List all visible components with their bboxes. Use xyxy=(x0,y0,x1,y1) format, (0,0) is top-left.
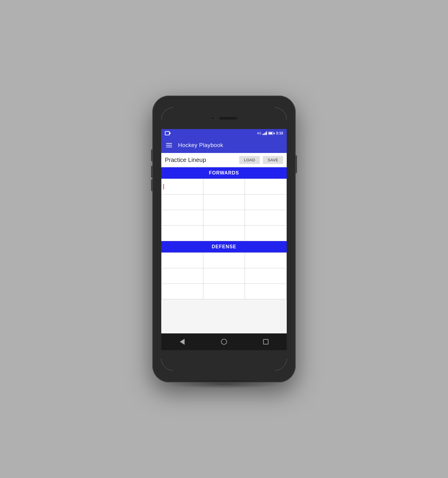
camera-icon xyxy=(211,117,214,120)
table-row xyxy=(162,253,287,268)
battery-fill xyxy=(269,132,272,134)
load-button[interactable]: LOAD xyxy=(239,156,260,164)
defense-cell-3-1[interactable] xyxy=(162,284,203,299)
status-right: 4G 3:10 xyxy=(257,131,283,135)
defense-cell-2-2[interactable] xyxy=(203,268,245,284)
recents-button[interactable] xyxy=(260,336,272,348)
defense-table xyxy=(161,252,287,299)
forwards-table xyxy=(161,179,287,241)
table-row xyxy=(162,226,287,241)
notification-icon xyxy=(165,131,170,135)
menu-button[interactable] xyxy=(166,143,172,147)
home-button[interactable] xyxy=(218,336,230,348)
content-area: Practice Lineup LOAD SAVE FORWARDS xyxy=(161,153,287,333)
phone-screen: 4G 3:10 xyxy=(161,108,287,370)
forwards-cell-1-3[interactable] xyxy=(245,179,287,194)
table-row xyxy=(162,194,287,210)
signal-bar-1 xyxy=(263,134,263,135)
forwards-cell-3-3[interactable] xyxy=(245,210,287,226)
status-time: 3:10 xyxy=(276,131,283,135)
signal-bar-4 xyxy=(266,131,267,135)
table-row xyxy=(162,210,287,226)
forwards-label: FORWARDS xyxy=(209,170,239,175)
signal-bar-3 xyxy=(265,132,266,135)
back-button[interactable] xyxy=(176,336,188,348)
battery-body xyxy=(268,132,274,135)
forwards-cell-4-2[interactable] xyxy=(203,226,245,241)
defense-cell-2-1[interactable] xyxy=(162,268,203,284)
forwards-cell-3-1[interactable] xyxy=(162,210,203,226)
signal-bar-2 xyxy=(264,133,265,135)
app-title: Hockey Playbook xyxy=(178,142,223,148)
defense-cell-1-3[interactable] xyxy=(245,253,287,268)
bottom-nav xyxy=(161,333,287,350)
back-icon xyxy=(180,339,185,345)
defense-section-header: DEFENSE xyxy=(161,241,287,252)
table-row xyxy=(162,284,287,299)
signal-label: 4G xyxy=(257,131,261,135)
forwards-section-header: FORWARDS xyxy=(161,167,287,179)
defense-cell-2-3[interactable] xyxy=(245,268,287,284)
forwards-cell-4-3[interactable] xyxy=(245,226,287,241)
home-icon xyxy=(221,339,227,345)
defense-label: DEFENSE xyxy=(212,244,237,249)
forwards-cell-2-3[interactable] xyxy=(245,194,287,210)
battery-icon xyxy=(268,132,275,135)
defense-cell-3-2[interactable] xyxy=(203,284,245,299)
forwards-cell-2-2[interactable] xyxy=(203,194,245,210)
table-row xyxy=(162,268,287,284)
text-cursor xyxy=(163,184,164,189)
forwards-cell-1-2[interactable] xyxy=(203,179,245,194)
status-left xyxy=(165,131,170,135)
bottom-bezel xyxy=(161,350,287,370)
hamburger-line-3 xyxy=(166,147,172,147)
hamburger-line-2 xyxy=(166,145,172,145)
signal-bars xyxy=(263,131,267,135)
phone-shadow xyxy=(167,379,281,388)
top-bezel xyxy=(161,108,287,129)
forwards-cell-3-2[interactable] xyxy=(203,210,245,226)
lineup-header: Practice Lineup LOAD SAVE xyxy=(161,153,287,167)
hamburger-line-1 xyxy=(166,143,172,144)
battery-tip xyxy=(274,133,275,134)
table-row xyxy=(162,179,287,194)
recents-icon xyxy=(263,339,269,344)
defense-cell-3-3[interactable] xyxy=(245,284,287,299)
forwards-cell-2-1[interactable] xyxy=(162,194,203,210)
defense-cell-1-2[interactable] xyxy=(203,253,245,268)
defense-cell-1-1[interactable] xyxy=(162,253,203,268)
speaker-icon xyxy=(219,117,237,120)
forwards-cell-4-1[interactable] xyxy=(162,226,203,241)
status-bar: 4G 3:10 xyxy=(161,129,287,137)
save-button[interactable]: SAVE xyxy=(263,156,283,164)
forwards-cell-1-1[interactable] xyxy=(162,179,203,194)
lineup-title: Practice Lineup xyxy=(165,157,236,163)
phone-device: 4G 3:10 xyxy=(152,96,296,382)
app-bar: Hockey Playbook xyxy=(161,137,287,153)
